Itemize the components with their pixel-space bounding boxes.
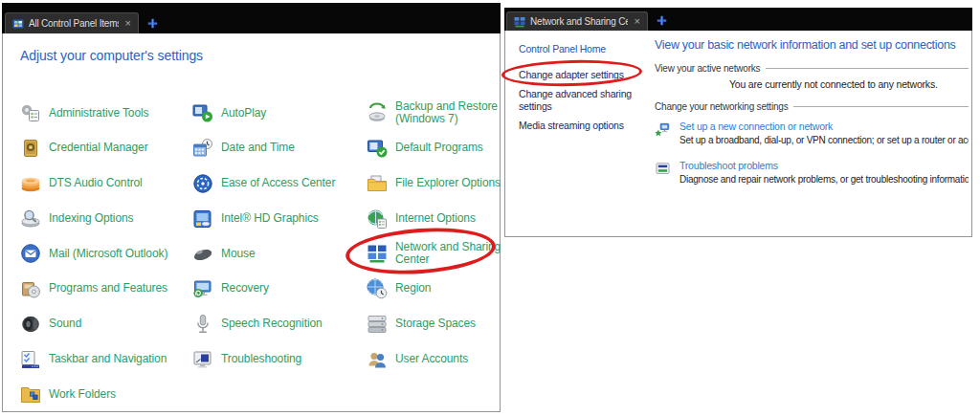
desktop: All Control Panel Items × Adjust your co… <box>0 0 980 416</box>
tab-network-and-sharing-center[interactable]: Network and Sharing Center × <box>506 11 648 31</box>
control-panel-item-work-folders[interactable]: Work Folders <box>20 377 192 412</box>
section-divider <box>793 106 969 107</box>
active-networks-section-header: View your active networks <box>655 63 969 74</box>
credential-manager-icon <box>20 138 41 159</box>
default-programs-icon <box>367 138 388 159</box>
control-panel-item-speech-recognition[interactable]: Speech Recognition <box>192 307 367 342</box>
mouse-icon <box>192 243 213 264</box>
work-folders-icon <box>20 383 41 405</box>
setting-description: Set up a broadband, dial-up, or VPN conn… <box>679 135 969 145</box>
item-label: Intel® HD Graphics <box>221 212 319 225</box>
intel-hd-graphics-icon <box>192 208 213 230</box>
sidebar-link-change-advanced-sharing-settings[interactable]: Change advanced sharing settings <box>519 88 635 113</box>
control-panel-icon <box>12 18 24 30</box>
network-icon <box>514 16 525 28</box>
tab-title: All Control Panel Items <box>29 18 119 29</box>
left-tab-bar: All Control Panel Items × <box>2 3 501 33</box>
item-label: Storage Spaces <box>395 317 476 330</box>
autoplay-icon <box>192 102 213 123</box>
item-label: Troubleshooting <box>221 353 301 365</box>
control-panel-item-mouse[interactable]: Mouse <box>192 236 367 272</box>
networking-settings-section-header: Change your networking settings <box>655 101 969 112</box>
item-label: Ease of Access Center <box>221 177 335 189</box>
mail-outlook-icon <box>20 243 41 264</box>
programs-features-icon <box>20 278 41 299</box>
item-label: Indexing Options <box>49 212 133 225</box>
backup-restore-icon <box>367 102 388 123</box>
control-panel-item-file-explorer-options[interactable]: File Explorer Options <box>367 166 501 202</box>
connection-status-text: You are currently not connected to any n… <box>729 78 969 90</box>
indexing-options-icon <box>20 208 41 230</box>
control-panel-item-internet-options[interactable]: Internet Options <box>367 201 501 236</box>
network-sharing-center-icon <box>367 243 388 264</box>
sidebar-item-control-panel-home[interactable]: Control Panel Home <box>519 43 635 55</box>
control-panel-item-network-and-sharing-center[interactable]: Network and Sharing Center <box>367 236 501 272</box>
region-icon <box>367 278 388 299</box>
close-tab-icon[interactable]: × <box>633 16 640 27</box>
control-panel-item-taskbar-and-navigation[interactable]: Taskbar and Navigation <box>20 341 192 377</box>
item-label: Work Folders <box>49 388 116 401</box>
link-set-up-a-new-connection-or-network[interactable]: Set up a new connection or network <box>679 120 969 132</box>
control-panel-item-storage-spaces[interactable]: Storage Spaces <box>367 307 501 342</box>
item-label: DTS Audio Control <box>49 177 143 189</box>
recovery-icon <box>192 278 213 299</box>
item-label: Recovery <box>221 282 269 295</box>
item-label: Mouse <box>221 248 256 260</box>
new-tab-icon[interactable] <box>147 18 158 29</box>
items-column-3: Backup and Restore (Windows 7)Default Pr… <box>367 96 501 412</box>
item-label: Internet Options <box>395 212 476 225</box>
sidebar: Control Panel Home Change adapter settin… <box>519 43 635 140</box>
network-sharing-center-window: Network and Sharing Center × Control Pan… <box>504 8 972 237</box>
setting-text: Set up a new connection or networkSet up… <box>679 120 969 145</box>
control-panel-item-autoplay[interactable]: AutoPlay <box>192 96 367 131</box>
item-label: Mail (Microsoft Outlook) <box>49 248 167 260</box>
tab-title: Network and Sharing Center <box>530 16 628 27</box>
item-label: Backup and Restore (Windows 7) <box>395 100 501 126</box>
control-panel-item-sound[interactable]: Sound <box>20 307 192 342</box>
control-panel-item-user-accounts[interactable]: User Accounts <box>367 341 501 377</box>
main-pane: View your basic network information and … <box>655 36 969 234</box>
item-label: Taskbar and Navigation <box>49 353 167 365</box>
control-panel-item-intel-hd-graphics[interactable]: Intel® HD Graphics <box>192 201 367 236</box>
new-tab-icon[interactable] <box>657 15 667 26</box>
control-panel-item-backup-and-restore-windows-7[interactable]: Backup and Restore (Windows 7) <box>367 96 501 131</box>
control-panel-item-mail-microsoft-outlook[interactable]: Mail (Microsoft Outlook) <box>20 236 192 272</box>
item-label: User Accounts <box>395 353 468 365</box>
control-panel-item-ease-of-access-center[interactable]: Ease of Access Center <box>192 166 367 202</box>
item-label: Administrative Tools <box>49 107 149 120</box>
internet-options-icon <box>367 208 388 230</box>
control-panel-item-region[interactable]: Region <box>367 272 501 307</box>
tab-all-control-panel-items[interactable]: All Control Panel Items × <box>5 12 139 33</box>
item-label: AutoPlay <box>221 107 266 120</box>
user-accounts-icon <box>367 349 388 370</box>
all-control-panel-items-window: All Control Panel Items × Adjust your co… <box>2 3 501 412</box>
speech-recognition-icon <box>192 314 213 335</box>
networking-setting-troubleshoot-problems: Troubleshoot problemsDiagnose and repair… <box>655 160 969 185</box>
control-panel-item-date-and-time[interactable]: Date and Time <box>192 131 367 166</box>
control-panel-items-grid: Administrative ToolsCredential ManagerDT… <box>20 96 501 412</box>
link-troubleshoot-problems[interactable]: Troubleshoot problems <box>679 160 969 171</box>
control-panel-item-default-programs[interactable]: Default Programs <box>367 131 501 166</box>
item-label: Date and Time <box>221 142 295 154</box>
control-panel-item-troubleshooting[interactable]: Troubleshooting <box>192 341 367 377</box>
control-panel-item-dts-audio-control[interactable]: DTS Audio Control <box>20 166 192 202</box>
sound-icon <box>20 314 41 335</box>
file-explorer-options-icon <box>367 173 388 194</box>
sidebar-task-links: Change adapter settingsChange advanced s… <box>519 69 635 133</box>
sidebar-link-media-streaming-options[interactable]: Media streaming options <box>519 120 635 132</box>
section-label: Change your networking settings <box>655 101 788 112</box>
setting-description: Diagnose and repair network problems, or… <box>679 174 969 185</box>
control-panel-item-indexing-options[interactable]: Indexing Options <box>20 201 192 236</box>
sidebar-link-change-adapter-settings[interactable]: Change adapter settings <box>519 69 635 81</box>
control-panel-item-programs-and-features[interactable]: Programs and Features <box>20 272 192 307</box>
items-column-1: Administrative ToolsCredential ManagerDT… <box>20 96 192 412</box>
control-panel-item-recovery[interactable]: Recovery <box>192 272 367 307</box>
section-divider <box>766 68 969 69</box>
item-label: Credential Manager <box>49 142 148 154</box>
dts-audio-icon <box>20 173 41 194</box>
close-tab-icon[interactable]: × <box>123 18 131 29</box>
control-panel-item-credential-manager[interactable]: Credential Manager <box>20 131 192 166</box>
ease-of-access-icon <box>192 173 213 194</box>
troubleshoot-problems-icon <box>655 161 671 177</box>
control-panel-item-administrative-tools[interactable]: Administrative Tools <box>20 96 192 131</box>
